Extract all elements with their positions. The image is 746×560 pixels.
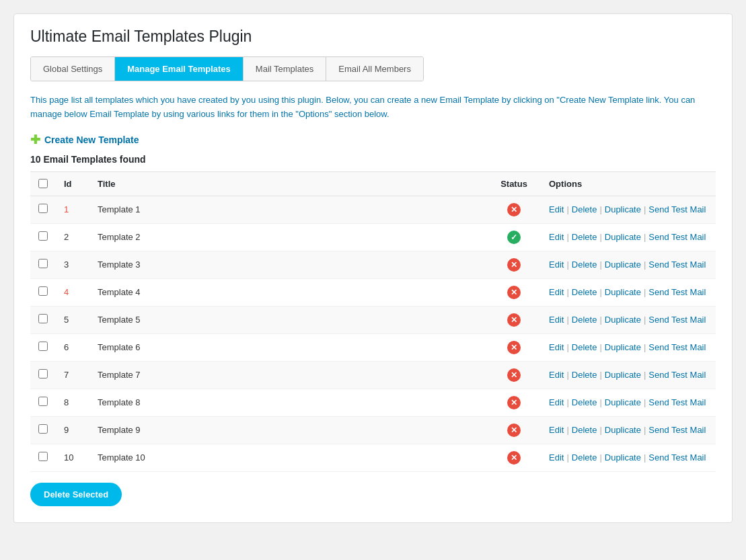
row-status-3: ✕: [487, 251, 541, 278]
option-separator: |: [599, 315, 601, 325]
option-delete-1[interactable]: Delete: [572, 204, 597, 214]
option-duplicate-10[interactable]: Duplicate: [605, 452, 641, 463]
option-duplicate-4[interactable]: Duplicate: [605, 287, 641, 297]
row-checkbox-5[interactable]: [38, 314, 48, 323]
row-checkbox-7[interactable]: [38, 369, 48, 378]
option-send-test-mail-6[interactable]: Send Test Mail: [648, 342, 706, 352]
tab-global-settings[interactable]: Global Settings: [31, 57, 115, 81]
option-duplicate-6[interactable]: Duplicate: [605, 342, 641, 352]
status-inactive-icon: ✕: [507, 368, 521, 382]
option-send-test-mail-2[interactable]: Send Test Mail: [648, 232, 706, 242]
row-checkbox-6[interactable]: [38, 342, 48, 351]
col-header-id: Id: [56, 171, 89, 196]
row-title-8: Template 8: [89, 389, 487, 416]
row-status-1: ✕: [487, 196, 541, 223]
option-send-test-mail-1[interactable]: Send Test Mail: [648, 204, 706, 214]
tab-manage-email-templates[interactable]: Manage Email Templates: [115, 57, 244, 81]
option-delete-2[interactable]: Delete: [572, 232, 597, 242]
row-checkbox-3[interactable]: [38, 259, 48, 268]
option-separator: |: [599, 425, 601, 435]
option-edit-5[interactable]: Edit: [549, 315, 564, 325]
option-edit-1[interactable]: Edit: [549, 204, 564, 214]
option-delete-5[interactable]: Delete: [572, 315, 597, 325]
option-delete-10[interactable]: Delete: [572, 452, 597, 463]
table-row: 5Template 5✕Edit | Delete | Duplicate | …: [30, 306, 716, 333]
table-row: 3Template 3✕Edit | Delete | Duplicate | …: [30, 251, 716, 278]
page-title: Ultimate Email Templates Plugin: [30, 28, 716, 46]
option-duplicate-8[interactable]: Duplicate: [605, 397, 641, 407]
col-header-options: Options: [541, 171, 716, 196]
row-checkbox-9[interactable]: [38, 424, 48, 434]
row-options-7: Edit | Delete | Duplicate | Send Test Ma…: [541, 361, 716, 389]
option-separator: |: [566, 370, 568, 380]
option-separator: |: [644, 259, 646, 270]
delete-selected-button[interactable]: Delete Selected: [30, 483, 122, 506]
templates-table: Id Title Status Options 1Template 1✕Edit…: [30, 171, 716, 472]
option-delete-3[interactable]: Delete: [572, 259, 597, 270]
status-inactive-icon: ✕: [507, 313, 521, 327]
option-separator: |: [599, 452, 601, 463]
option-delete-9[interactable]: Delete: [572, 425, 597, 435]
row-options-2: Edit | Delete | Duplicate | Send Test Ma…: [541, 223, 716, 251]
row-checkbox-10[interactable]: [38, 452, 48, 461]
option-separator: |: [644, 342, 646, 352]
option-separator: |: [599, 287, 601, 297]
status-inactive-icon: ✕: [507, 396, 521, 409]
option-send-test-mail-5[interactable]: Send Test Mail: [648, 315, 706, 325]
option-edit-4[interactable]: Edit: [549, 287, 564, 297]
option-edit-3[interactable]: Edit: [549, 259, 564, 270]
option-separator: |: [599, 204, 601, 214]
plus-icon: ✚: [30, 132, 40, 147]
option-edit-10[interactable]: Edit: [549, 452, 564, 463]
row-options-9: Edit | Delete | Duplicate | Send Test Ma…: [541, 416, 716, 444]
option-separator: |: [566, 204, 568, 214]
row-status-2: ✓: [487, 223, 541, 251]
option-duplicate-1[interactable]: Duplicate: [605, 204, 641, 214]
option-duplicate-2[interactable]: Duplicate: [605, 232, 641, 242]
option-send-test-mail-7[interactable]: Send Test Mail: [648, 370, 706, 380]
option-separator: |: [644, 204, 646, 214]
option-delete-8[interactable]: Delete: [572, 397, 597, 407]
option-delete-6[interactable]: Delete: [572, 342, 597, 352]
option-send-test-mail-3[interactable]: Send Test Mail: [648, 259, 706, 270]
option-separator: |: [599, 370, 601, 380]
select-all-checkbox[interactable]: [38, 179, 48, 188]
row-id-1: 1: [56, 196, 89, 223]
tab-email-all-members[interactable]: Email All Members: [326, 57, 423, 81]
table-row: 2Template 2✓Edit | Delete | Duplicate | …: [30, 223, 716, 251]
option-delete-4[interactable]: Delete: [572, 287, 597, 297]
row-checkbox-1[interactable]: [38, 204, 48, 213]
row-status-8: ✕: [487, 389, 541, 416]
option-send-test-mail-9[interactable]: Send Test Mail: [648, 425, 706, 435]
option-separator: |: [566, 287, 568, 297]
create-template-link[interactable]: ✚ Create New Template: [30, 132, 716, 147]
option-delete-7[interactable]: Delete: [572, 370, 597, 380]
option-send-test-mail-8[interactable]: Send Test Mail: [648, 397, 706, 407]
row-checkbox-8[interactable]: [38, 397, 48, 406]
option-separator: |: [566, 315, 568, 325]
option-duplicate-5[interactable]: Duplicate: [605, 315, 641, 325]
option-send-test-mail-10[interactable]: Send Test Mail: [648, 452, 706, 463]
option-duplicate-3[interactable]: Duplicate: [605, 259, 641, 270]
row-status-5: ✕: [487, 306, 541, 333]
option-duplicate-9[interactable]: Duplicate: [605, 425, 641, 435]
status-inactive-icon: ✕: [507, 451, 521, 465]
row-checkbox-4[interactable]: [38, 286, 48, 296]
option-edit-9[interactable]: Edit: [549, 425, 564, 435]
row-checkbox-2[interactable]: [38, 231, 48, 241]
option-separator: |: [599, 397, 601, 407]
row-id-3: 3: [56, 251, 89, 278]
option-send-test-mail-4[interactable]: Send Test Mail: [648, 287, 706, 297]
option-edit-7[interactable]: Edit: [549, 370, 564, 380]
table-row: 4Template 4✕Edit | Delete | Duplicate | …: [30, 278, 716, 306]
option-edit-6[interactable]: Edit: [549, 342, 564, 352]
row-title-5: Template 5: [89, 306, 487, 333]
option-separator: |: [566, 232, 568, 242]
row-title-3: Template 3: [89, 251, 487, 278]
tab-mail-templates[interactable]: Mail Templates: [244, 57, 326, 81]
option-edit-2[interactable]: Edit: [549, 232, 564, 242]
option-duplicate-7[interactable]: Duplicate: [605, 370, 641, 380]
option-edit-8[interactable]: Edit: [549, 397, 564, 407]
row-options-3: Edit | Delete | Duplicate | Send Test Ma…: [541, 251, 716, 278]
status-active-icon: ✓: [507, 231, 521, 244]
